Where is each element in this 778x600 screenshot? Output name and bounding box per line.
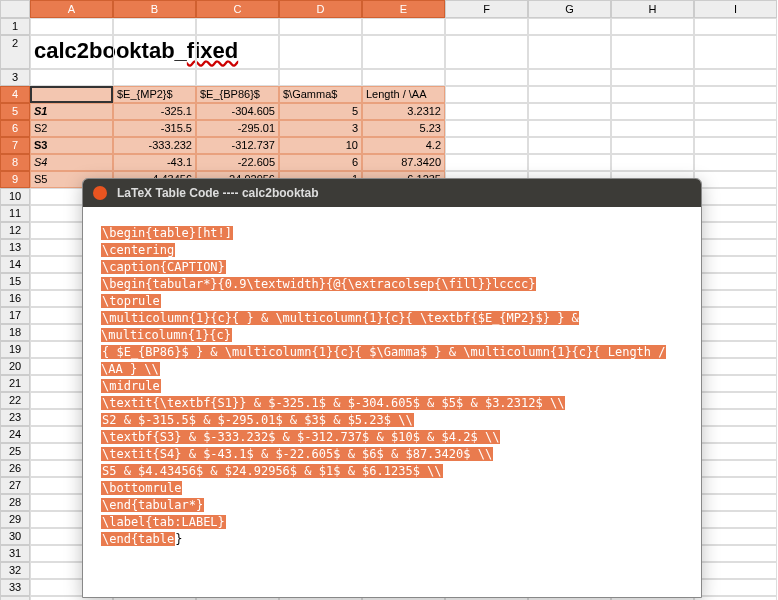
cell[interactable]: 4.2 <box>362 137 445 154</box>
cell[interactable]: 3.2312 <box>362 103 445 120</box>
cell[interactable]: 5 <box>279 103 362 120</box>
col-head-G[interactable]: G <box>528 0 611 18</box>
cell[interactable] <box>362 35 445 69</box>
header-cell[interactable]: $E_{MP2}$ <box>113 86 196 103</box>
row-head[interactable]: 6 <box>0 120 30 137</box>
row-head[interactable]: 21 <box>0 375 30 392</box>
row-head[interactable]: 31 <box>0 545 30 562</box>
cell[interactable] <box>445 154 528 171</box>
row-head[interactable]: 20 <box>0 358 30 375</box>
cell[interactable] <box>362 18 445 35</box>
cell[interactable]: -295.01 <box>196 120 279 137</box>
header-cell[interactable]: $\Gamma$ <box>279 86 362 103</box>
cell[interactable] <box>445 35 528 69</box>
col-head-B[interactable]: B <box>113 0 196 18</box>
cell[interactable]: -22.605 <box>196 154 279 171</box>
row-head[interactable]: 13 <box>0 239 30 256</box>
cell[interactable] <box>528 86 611 103</box>
cell[interactable] <box>528 69 611 86</box>
row-head[interactable]: 19 <box>0 341 30 358</box>
row-head[interactable]: 26 <box>0 460 30 477</box>
cell[interactable] <box>694 528 777 545</box>
cell[interactable] <box>694 188 777 205</box>
cell[interactable] <box>694 579 777 596</box>
cell[interactable] <box>694 494 777 511</box>
cell[interactable] <box>694 69 777 86</box>
dialog-body[interactable]: \begin{table}[ht!]\centering\caption{CAP… <box>83 207 701 566</box>
cell[interactable] <box>528 35 611 69</box>
row-head[interactable]: 34 <box>0 596 30 600</box>
cell[interactable]: -43.1 <box>113 154 196 171</box>
cell[interactable] <box>694 137 777 154</box>
row-head[interactable]: 5 <box>0 103 30 120</box>
cell[interactable] <box>611 86 694 103</box>
cell[interactable] <box>611 137 694 154</box>
cell[interactable] <box>694 18 777 35</box>
cell[interactable] <box>694 477 777 494</box>
cell[interactable] <box>694 545 777 562</box>
cell[interactable] <box>528 120 611 137</box>
cell[interactable] <box>694 460 777 477</box>
row-head[interactable]: 28 <box>0 494 30 511</box>
cell[interactable] <box>694 120 777 137</box>
cell[interactable]: -315.5 <box>113 120 196 137</box>
cell[interactable] <box>694 443 777 460</box>
cell[interactable] <box>279 69 362 86</box>
row-head[interactable]: 3 <box>0 69 30 86</box>
row-head[interactable]: 30 <box>0 528 30 545</box>
cell[interactable] <box>694 392 777 409</box>
cell[interactable] <box>694 154 777 171</box>
row-head[interactable]: 7 <box>0 137 30 154</box>
cell[interactable]: -312.737 <box>196 137 279 154</box>
cell[interactable]: 6 <box>279 154 362 171</box>
col-head-C[interactable]: C <box>196 0 279 18</box>
row-head[interactable]: 27 <box>0 477 30 494</box>
col-head-H[interactable]: H <box>611 0 694 18</box>
cell[interactable]: -325.1 <box>113 103 196 120</box>
cell[interactable] <box>445 86 528 103</box>
cell[interactable] <box>113 18 196 35</box>
cell[interactable] <box>694 341 777 358</box>
header-cell[interactable]: $E_{BP86}$ <box>196 86 279 103</box>
cell[interactable] <box>528 18 611 35</box>
cell[interactable] <box>694 375 777 392</box>
cell[interactable]: -304.605 <box>196 103 279 120</box>
cell[interactable] <box>694 409 777 426</box>
row-label[interactable]: S2 <box>30 120 113 137</box>
cell[interactable] <box>611 154 694 171</box>
row-head[interactable]: 12 <box>0 222 30 239</box>
cell[interactable] <box>196 35 279 69</box>
cell[interactable] <box>694 239 777 256</box>
cell[interactable] <box>196 69 279 86</box>
cell[interactable] <box>694 205 777 222</box>
row-head[interactable]: 15 <box>0 273 30 290</box>
cell[interactable] <box>694 273 777 290</box>
row-label[interactable]: S1 <box>30 103 113 120</box>
cell[interactable] <box>445 120 528 137</box>
row-head[interactable]: 23 <box>0 409 30 426</box>
row-head[interactable]: 2 <box>0 35 30 69</box>
row-head[interactable]: 1 <box>0 18 30 35</box>
cell[interactable]: 87.3420 <box>362 154 445 171</box>
cell[interactable] <box>196 18 279 35</box>
cell[interactable] <box>528 137 611 154</box>
cell[interactable] <box>694 358 777 375</box>
row-head[interactable]: 14 <box>0 256 30 273</box>
cell[interactable]: -333.232 <box>113 137 196 154</box>
cell[interactable] <box>694 256 777 273</box>
active-cell[interactable] <box>30 86 113 103</box>
cell[interactable] <box>30 18 113 35</box>
cell[interactable] <box>694 511 777 528</box>
cell[interactable] <box>362 69 445 86</box>
cell[interactable] <box>694 596 777 600</box>
cell[interactable] <box>611 120 694 137</box>
col-head-E[interactable]: E <box>362 0 445 18</box>
row-head[interactable]: 17 <box>0 307 30 324</box>
row-head[interactable]: 32 <box>0 562 30 579</box>
select-all-corner[interactable] <box>0 0 30 18</box>
close-icon[interactable] <box>93 186 107 200</box>
row-head[interactable]: 24 <box>0 426 30 443</box>
row-label[interactable]: S4 <box>30 154 113 171</box>
cell[interactable] <box>445 103 528 120</box>
cell[interactable] <box>694 290 777 307</box>
